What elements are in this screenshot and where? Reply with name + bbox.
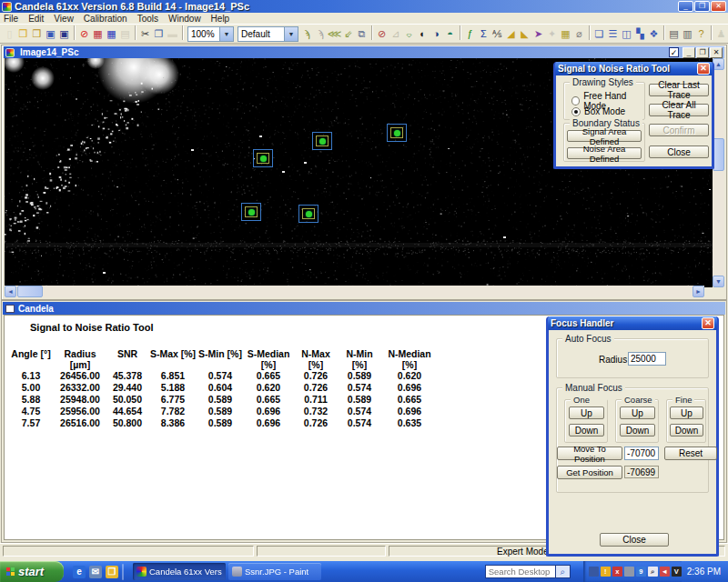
paste-icon[interactable]: ▬: [166, 25, 179, 42]
contrast-icon[interactable]: ◐: [416, 25, 430, 42]
scroll-down-button[interactable]: ▼: [713, 276, 724, 287]
app-tray-icon[interactable]: [624, 567, 634, 577]
print-setup-icon[interactable]: ▥: [681, 25, 694, 42]
wedge-icon[interactable]: ◢: [504, 25, 518, 42]
eraser-icon[interactable]: ⌀: [572, 25, 586, 42]
cut-icon[interactable]: ✂: [138, 25, 152, 42]
search-input[interactable]: [485, 565, 556, 578]
sweep-lines-icon[interactable]: ⋘: [328, 25, 341, 42]
save-icon[interactable]: ▣: [44, 25, 57, 42]
sum-icon[interactable]: Σ: [477, 25, 490, 42]
one-turn-up-button[interactable]: Up: [569, 406, 604, 419]
antivirus-tray-icon[interactable]: V: [672, 567, 682, 577]
chevron-down-icon[interactable]: ▼: [219, 27, 233, 41]
mail-quicklaunch-icon[interactable]: ✉: [89, 566, 102, 578]
line-profile-icon[interactable]: ⌔: [402, 25, 416, 42]
reset-button[interactable]: Reset: [664, 447, 717, 460]
scroll-right-button[interactable]: ►: [693, 286, 704, 297]
menu-item-tools[interactable]: Tools: [137, 14, 158, 24]
flip-window-icon[interactable]: ⧉: [355, 25, 369, 42]
radio-selected-icon[interactable]: [571, 107, 581, 116]
chevron-down-icon[interactable]: ▼: [284, 27, 298, 41]
report-icon[interactable]: ▤: [118, 25, 132, 42]
volume-tray-icon[interactable]: ◄: [660, 567, 670, 577]
no-symbol-icon[interactable]: ⊘: [375, 25, 389, 42]
maximize-button[interactable]: ❐: [694, 1, 710, 12]
computer-tray-icon[interactable]: [589, 567, 599, 577]
search-tray-icon[interactable]: ⌕: [648, 567, 658, 577]
tile-vertical-icon[interactable]: ◫: [620, 25, 633, 42]
minimize-button[interactable]: _: [678, 1, 693, 12]
open-image-icon[interactable]: ❒: [30, 25, 44, 42]
close-button[interactable]: ✕: [711, 1, 726, 12]
child-maximize-button[interactable]: ❐: [696, 47, 709, 58]
coarse-up-button[interactable]: Up: [620, 406, 655, 419]
arrange-icons-icon[interactable]: ▚: [633, 25, 647, 42]
percent-icon[interactable]: ⅍: [490, 25, 504, 42]
film-icon[interactable]: ▦: [559, 25, 572, 42]
taskbar-task-0[interactable]: Candela 61xx Version...: [133, 563, 226, 580]
export-jpg-icon[interactable]: ▦: [91, 25, 105, 42]
sweep-arrow-icon[interactable]: ⇙: [341, 25, 355, 42]
focus-close-button[interactable]: Close: [600, 533, 669, 547]
export-bmp-icon[interactable]: ▦: [105, 25, 118, 42]
new-document-icon[interactable]: ▯: [3, 25, 16, 42]
search-icon[interactable]: ⌕: [556, 565, 571, 578]
move-to-position-input[interactable]: -70700: [624, 447, 659, 460]
help-icon[interactable]: ?: [694, 25, 708, 42]
menu-item-file[interactable]: File: [4, 14, 18, 24]
radio-signal-icon[interactable]: ϡ: [300, 25, 314, 42]
no-entry-icon[interactable]: ⊘: [77, 25, 91, 42]
fine-up-button[interactable]: Up: [670, 406, 703, 419]
security-shield-icon[interactable]: !: [601, 567, 611, 577]
signal-area-defined-button[interactable]: Signal Area Defined: [567, 130, 642, 142]
box-mode-radio[interactable]: Box Mode: [571, 106, 625, 116]
zoom-combobox[interactable]: 100% ▼: [187, 26, 234, 42]
one-turn-down-button[interactable]: Down: [569, 424, 604, 436]
horizontal-scrollbar[interactable]: ◄ ►: [5, 286, 704, 297]
menu-item-calibration[interactable]: Calibration: [84, 14, 127, 24]
contrast-auto-icon[interactable]: ◓: [443, 25, 457, 42]
horizontal-scroll-thumb[interactable]: [17, 286, 43, 297]
print-icon[interactable]: ▤: [667, 25, 681, 42]
menu-item-view[interactable]: View: [54, 14, 74, 24]
close-icon[interactable]: ✕: [702, 317, 714, 329]
function-icon[interactable]: ƒ: [463, 25, 477, 42]
snr-close-button[interactable]: Close: [649, 146, 709, 158]
radius-input[interactable]: 25000: [628, 352, 666, 366]
coarse-down-button[interactable]: Down: [620, 424, 655, 436]
move-to-position-button[interactable]: Move To Position: [557, 447, 622, 460]
noise-area-defined-button[interactable]: Noise Area Defined: [567, 147, 642, 159]
histogram-icon[interactable]: ⊿: [389, 25, 402, 42]
ramp-icon[interactable]: ◣: [518, 25, 531, 42]
clear-last-trace-button[interactable]: Clear Last Trace: [649, 84, 709, 96]
confirm-button[interactable]: Confirm: [649, 124, 709, 136]
folder-quicklaunch-icon[interactable]: ❒: [106, 566, 118, 578]
start-button[interactable]: start: [0, 561, 64, 582]
radio-icon[interactable]: [571, 96, 580, 105]
ie-quicklaunch-icon[interactable]: e: [73, 566, 86, 578]
preset-combobox[interactable]: Default ▼: [238, 26, 298, 42]
child-close-button[interactable]: ✕: [710, 47, 723, 58]
menu-item-help[interactable]: Help: [211, 14, 230, 24]
radio-signal-off-icon[interactable]: ϡ: [314, 25, 328, 42]
user-icon[interactable]: ♟: [714, 25, 728, 42]
dart-icon[interactable]: ➤: [531, 25, 545, 42]
messenger-tray-icon[interactable]: 9: [636, 567, 646, 577]
overlay-checkbox[interactable]: ✓: [669, 47, 679, 57]
cascade-windows-icon[interactable]: ❏: [592, 25, 606, 42]
close-icon[interactable]: ✕: [697, 63, 710, 75]
alert-tray-icon[interactable]: x: [612, 567, 622, 577]
open-folder-icon[interactable]: ❒: [16, 25, 30, 42]
star-icon[interactable]: ✦: [545, 25, 559, 42]
tile-horizontal-icon[interactable]: ☰: [606, 25, 620, 42]
taskbar-task-1[interactable]: Ssnr.JPG - Paint: [228, 563, 321, 580]
save-all-icon[interactable]: ▣: [57, 25, 71, 42]
scroll-left-button[interactable]: ◄: [5, 286, 16, 297]
copy-icon[interactable]: ❐: [152, 25, 166, 42]
fine-down-button[interactable]: Down: [670, 424, 703, 436]
contrast-invert-icon[interactable]: ◑: [430, 25, 443, 42]
clear-all-trace-button[interactable]: Clear All Trace: [649, 104, 709, 116]
menu-item-edit[interactable]: Edit: [28, 14, 44, 24]
menu-item-window[interactable]: Window: [168, 14, 201, 24]
